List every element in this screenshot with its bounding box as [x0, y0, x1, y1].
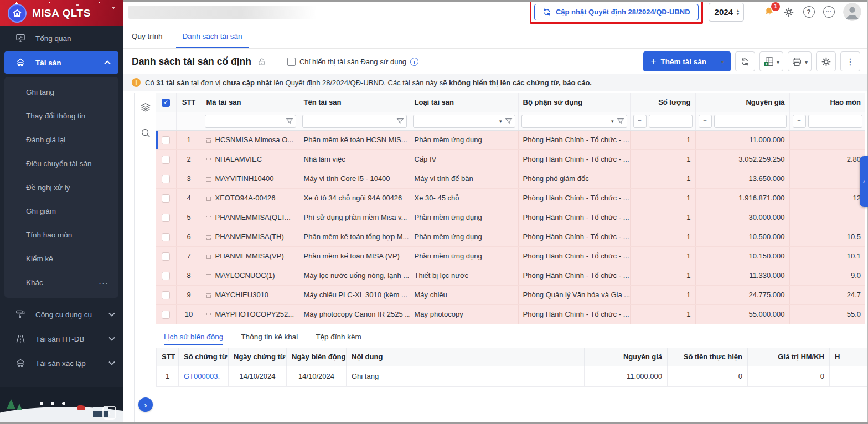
search-button[interactable]	[135, 122, 157, 144]
asset-type-cell[interactable]: Phần mềm ứng dụng	[410, 246, 518, 266]
funnel-icon[interactable]	[505, 117, 513, 125]
asset-name-cell[interactable]: Phần mềm kế toán tổng hợp M...	[299, 227, 410, 246]
row-checkbox[interactable]	[162, 194, 170, 203]
column-header-ma-tai-san[interactable]: Mã tài sản	[202, 93, 299, 112]
filter-input-hao-mon[interactable]	[808, 115, 863, 128]
detail-tab-tep-dinh-kem[interactable]: Tệp đính kèm	[316, 329, 361, 345]
asset-row[interactable]: 5PHANMEMMISA(QLT...Phí sử dụng phần mềm …	[156, 208, 865, 227]
asset-name-cell[interactable]: Phí sử dụng phần mềm Misa v...	[299, 208, 410, 227]
filter-input-nguyen-gia[interactable]	[714, 115, 787, 128]
kebab-menu-button[interactable]	[840, 51, 860, 71]
asset-dept-cell[interactable]: Phòng Hành Chính - Tổ chức - ...	[518, 227, 630, 246]
asset-name-cell[interactable]: Máy lọc nước uống nóng, lạnh ...	[299, 266, 410, 285]
asset-name-cell[interactable]: Phần mềm kế toán MISA (VP)	[299, 246, 410, 266]
chevron-down-icon[interactable]	[499, 118, 502, 124]
asset-qty-cell[interactable]: 1	[630, 130, 695, 149]
row-select-cell[interactable]	[156, 304, 176, 324]
asset-code-cell[interactable]: PHANMEMMISA(QLT...	[202, 208, 299, 227]
asset-cost-cell[interactable]: 1.916.871.000	[695, 188, 789, 208]
asset-type-cell[interactable]: Phần mềm ứng dụng	[410, 208, 518, 227]
asset-name-cell[interactable]: Máy chiếu PLC-XL 3010 (kèm ...	[299, 285, 410, 304]
row-checkbox[interactable]	[162, 311, 170, 319]
filter-input-so-luong[interactable]	[649, 115, 693, 128]
asset-hm-cell[interactable]: 12	[789, 188, 865, 208]
sidebar-subitem-kiem-ke[interactable]: Kiểm kê	[4, 247, 118, 271]
asset-qty-cell[interactable]: 1	[630, 227, 695, 246]
column-header-so-luong[interactable]: Số lượng	[630, 93, 695, 112]
asset-cost-cell[interactable]: 11.330.000	[695, 266, 789, 285]
row-checkbox[interactable]	[162, 175, 170, 183]
expand-panel-handle[interactable]	[860, 156, 868, 207]
row-select-cell[interactable]	[156, 169, 176, 188]
asset-code-cell[interactable]: HCSNMISA Mimosa O...	[202, 130, 299, 149]
asset-cost-cell[interactable]: 55.000.000	[695, 304, 789, 324]
asset-row[interactable]: 1HCSNMISA Mimosa O...Phần mềm kế toán HC…	[156, 130, 865, 149]
help-button[interactable]	[802, 5, 816, 19]
asset-type-cell[interactable]: Phần mềm ứng dụng	[410, 130, 518, 149]
detail-tab-thong-tin-ke-khai[interactable]: Thông tin kê khai	[241, 329, 298, 345]
sidebar-item-cong-cu-dung-cu[interactable]: Công cụ dụng cụ	[0, 302, 123, 327]
chevron-down-icon[interactable]	[611, 118, 614, 124]
asset-cost-cell[interactable]: 13.650.000	[695, 169, 789, 188]
sidebar-subitem-danh-gia-lai[interactable]: Đánh giá lại	[4, 128, 118, 152]
asset-row[interactable]: 7PHANMEMMISA(VP)Phần mềm kế toán MISA (V…	[156, 246, 865, 266]
row-select-cell[interactable]	[156, 188, 176, 208]
funnel-icon[interactable]	[286, 117, 293, 125]
column-header-stt[interactable]: STT	[176, 93, 202, 112]
asset-cost-cell[interactable]: 10.150.000	[695, 246, 789, 266]
layers-button[interactable]	[135, 96, 157, 118]
asset-dept-cell[interactable]: Phòng phó giám đốc	[518, 169, 630, 188]
asset-cost-cell[interactable]: 3.052.259.250	[695, 149, 789, 169]
asset-name-cell[interactable]: Phần mềm kế toán HCSN MIS...	[299, 130, 410, 149]
filter-input-ma-tai-san[interactable]	[205, 115, 296, 128]
asset-dept-cell[interactable]: Phòng Hành Chính - Tổ chức - ...	[518, 246, 630, 266]
asset-qty-cell[interactable]: 1	[630, 208, 695, 227]
row-checkbox[interactable]	[162, 291, 170, 299]
sidebar-subitem-tinh-hao-mon[interactable]: Tính hao mòn	[4, 223, 118, 247]
print-button[interactable]	[788, 51, 812, 71]
select-all-checkbox[interactable]	[162, 99, 170, 107]
add-asset-button[interactable]: Thêm tài sản	[643, 51, 730, 71]
asset-code-cell[interactable]: PHANMEMMISA(TH)	[202, 227, 299, 246]
asset-row[interactable]: 4XEOTO94A-00426Xe ô tô 34 chỗ ngồi 94A 0…	[156, 188, 865, 208]
export-excel-button[interactable]: X	[760, 51, 783, 71]
app-logo[interactable]: MISA QLTS	[0, 0, 123, 26]
asset-code-cell[interactable]: MAYLOCNUOC(1)	[202, 266, 299, 285]
asset-hm-cell[interactable]: 2.80	[789, 149, 865, 169]
in-use-filter-checkbox[interactable]	[287, 58, 296, 66]
info-icon[interactable]	[410, 58, 418, 66]
sidebar-item-tong-quan[interactable]: Tổng quan	[0, 26, 123, 50]
asset-dept-cell[interactable]: Phòng Hành Chính - Tổ chức - ...	[518, 130, 630, 149]
sidebar-subitem-ghi-giam[interactable]: Ghi giảm	[4, 199, 118, 223]
row-checkbox[interactable]	[162, 272, 170, 280]
asset-dept-cell[interactable]: Phòng Hành Chính - Tổ chức - ...	[518, 304, 630, 324]
asset-dept-cell[interactable]: Phòng Hành Chính - Tổ chức - ...	[518, 149, 630, 169]
filter-input-ten-tai-san[interactable]	[302, 115, 407, 128]
row-select-cell[interactable]	[156, 246, 176, 266]
history-row[interactable]: 1 GT000003. 14/10/2024 14/10/2024 Ghi tă…	[157, 366, 868, 386]
avatar[interactable]	[843, 3, 861, 21]
asset-type-cell[interactable]: Máy chiếu	[410, 285, 518, 304]
asset-code-cell[interactable]: XEOTO94A-00426	[202, 188, 299, 208]
column-header-bo-phan-su-dung[interactable]: Bộ phận sử dụng	[518, 93, 630, 112]
asset-type-cell[interactable]: Xe 30- 45 chỗ	[410, 188, 518, 208]
asset-row[interactable]: 9MAYCHIEU3010Máy chiếu PLC-XL 3010 (kèm …	[156, 285, 865, 304]
asset-qty-cell[interactable]: 1	[630, 285, 695, 304]
asset-name-cell[interactable]: Máy vi tính Core i5 - 10400	[299, 169, 410, 188]
settings-button[interactable]	[782, 5, 796, 19]
asset-qty-cell[interactable]: 1	[630, 188, 695, 208]
asset-hm-cell[interactable]: 24.7	[789, 285, 865, 304]
row-checkbox[interactable]	[162, 214, 170, 222]
asset-row[interactable]: 3MAYVITINH10400Máy vi tính Core i5 - 104…	[156, 169, 865, 188]
asset-hm-cell[interactable]	[789, 169, 865, 188]
row-select-cell[interactable]	[156, 208, 176, 227]
sidebar-item-tai-san-xac-lap[interactable]: Tài sản xác lập	[0, 351, 123, 375]
asset-row[interactable]: 10MAYPHOTOCOPY252...Máy photocopy Canon …	[156, 304, 865, 324]
equals-operator[interactable]: =	[793, 115, 806, 128]
equals-operator[interactable]: =	[633, 115, 647, 128]
row-select-cell[interactable]	[156, 266, 176, 285]
row-checkbox[interactable]	[162, 156, 170, 164]
sidebar-collapse-button[interactable]	[102, 406, 116, 420]
asset-qty-cell[interactable]: 1	[630, 266, 695, 285]
asset-hm-cell[interactable]: 9.0	[789, 266, 865, 285]
